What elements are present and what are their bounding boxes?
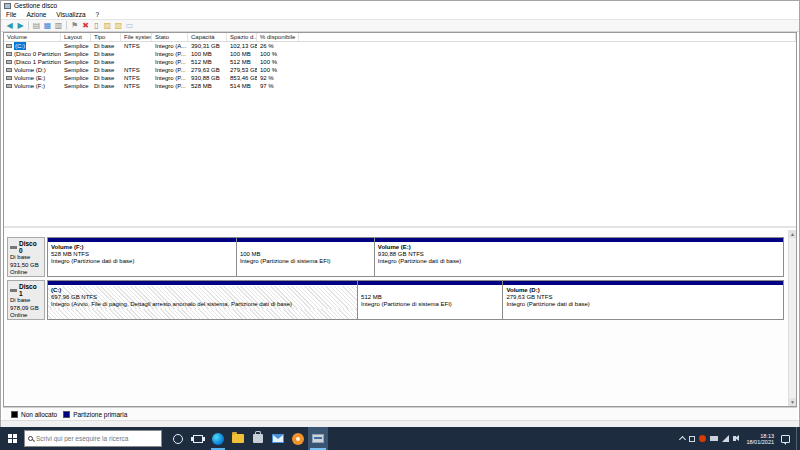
table-row-c[interactable]: (C:) Semplice Di base NTFS Integro (A...… [4,42,796,50]
cell-stato: Integro (P... [152,82,188,90]
cell-capacita: 930,88 GB [188,74,227,82]
folder-icon[interactable]: ▨ [102,20,113,31]
column-volume[interactable]: Volume [4,33,61,41]
table-row-disk0-partition[interactable]: (Disco 0 Partizione... Semplice Di base … [4,50,796,58]
onedrive-alert-icon[interactable] [699,435,706,442]
store-button[interactable] [248,427,268,450]
edge-button[interactable] [208,427,228,450]
toolbar: ◀ ▶ ▤ ▦ ▥ ⚑ ✖ ▯ ▨ ▧ ▭ [1,19,799,32]
scroll-down-icon[interactable]: ▼ [789,398,796,406]
taskbar-clock[interactable]: 18:13 18/01/2021 [743,433,777,445]
cell-spazio: 100 MB [227,50,257,58]
partition-status: Integro (Partizione di sistema EFI) [361,301,499,308]
partition-title [361,287,499,294]
windows-logo-icon [8,434,17,443]
scroll-up-icon[interactable]: ▲ [789,230,796,238]
volume-icon [6,60,12,64]
cell-stato: Integro (P... [152,50,188,58]
taskbar: 18:13 18/01/2021 [0,427,800,450]
disk-0-row: Disco 0 Di base 931,50 GB Online Volume … [7,237,786,277]
forward-icon[interactable]: ▶ [15,20,26,31]
volume-name: Volume (F:) [14,82,45,90]
search-input[interactable] [36,435,158,442]
partition-f[interactable]: Volume (F:) 528 MB NTFS Integro (Partizi… [47,237,237,277]
cell-layout: Semplice [61,50,91,58]
cell-layout: Semplice [61,66,91,74]
menu-azione[interactable]: Azione [21,11,51,19]
hidden-icons-chevron-icon[interactable] [679,436,686,443]
partition-efi-disk0[interactable]: 100 MB Integro (Partizione di sistema EF… [236,237,375,277]
unallocated-color-swatch [11,411,18,418]
show-desktop-button[interactable] [796,427,797,450]
orange-app-button[interactable] [288,427,308,450]
disk-management-taskbar-button[interactable] [308,427,328,450]
volume-icon[interactable] [733,436,736,441]
help-window-icon[interactable]: ▦ [42,20,53,31]
volume-name: (C:) [14,42,26,50]
disk-1-label[interactable]: Disco 1 Di base 978,09 GB Online [7,280,45,320]
disk-management-window: Gestione disco File Azione Visualizza ? … [0,0,800,427]
menu-file[interactable]: File [1,11,21,19]
cell-fs: NTFS [121,42,152,50]
column-capacita[interactable]: Capacità [188,33,227,41]
cell-capacita: 390,31 GB [188,42,227,50]
properties-icon[interactable]: ▯ [91,20,102,31]
file-explorer-button[interactable] [228,427,248,450]
action-center-icon[interactable] [781,435,790,443]
volume-icon [6,76,12,80]
show-action-pane-icon[interactable]: ▥ [53,20,64,31]
taskbar-search[interactable] [24,430,162,447]
start-button[interactable] [0,427,24,450]
cell-disp: 100 % [257,50,299,58]
partition-status: Integro (Avvio, File di paging, Dettagli… [51,301,354,308]
legend-label: Partizione primaria [73,411,127,418]
table-row-d[interactable]: Volume (D:) Semplice Di base NTFS Integr… [4,66,796,74]
delete-volume-icon[interactable]: ✖ [80,20,91,31]
task-view-button[interactable] [188,427,208,450]
back-icon[interactable]: ◀ [4,20,15,31]
column-spazio[interactable]: Spazio d... [227,33,257,41]
table-row-disk1-partition[interactable]: (Disco 1 Partizione... Semplice Di base … [4,58,796,66]
column-disponibile[interactable]: % disponibile [257,33,299,41]
cell-capacita: 528 MB [188,82,227,90]
volume-name: Volume (E:) [14,74,45,82]
cortana-button[interactable] [168,427,188,450]
mail-button[interactable] [268,427,288,450]
open-folder-icon[interactable]: ▧ [113,20,124,31]
disk-0-label[interactable]: Disco 0 Di base 931,50 GB Online [7,237,45,277]
primary-partition-color-swatch [63,411,70,418]
partition-c-selected[interactable]: (C:) 697,96 GB NTFS Integro (Avvio, File… [47,280,358,320]
cell-capacita: 512 MB [188,58,227,66]
show-console-tree-icon[interactable]: ▤ [31,20,42,31]
volume-icon [6,52,12,56]
disk-status: Online [10,269,42,277]
partition-detail: 528 MB NTFS [51,251,233,258]
column-layout[interactable]: Layout [61,33,91,41]
cell-spazio: 512 MB [227,58,257,66]
console-flag-icon[interactable]: ⚑ [69,20,80,31]
partition-efi-disk1[interactable]: 512 MB Integro (Partizione di sistema EF… [357,280,503,320]
tray-app-icon[interactable] [689,436,695,442]
column-stato[interactable]: Stato [152,33,188,41]
partition-title: Volume (F:) [51,244,233,251]
column-file-system[interactable]: File system [121,33,152,41]
volume-list-pane: Volume Layout Tipo File system Stato Cap… [4,33,796,228]
cell-tipo: Di base [91,66,121,74]
menu-help[interactable]: ? [91,11,105,19]
cell-capacita: 279,63 GB [188,66,227,74]
table-row-f[interactable]: Volume (F:) Semplice Di base NTFS Integr… [4,82,796,90]
disk-icon [10,246,17,249]
column-tipo[interactable]: Tipo [91,33,121,41]
display-icon[interactable]: ▭ [124,20,135,31]
vertical-scrollbar[interactable]: ▲ ▼ [788,230,796,406]
cell-stato: Integro (A... [152,42,188,50]
disk-size: 978,09 GB [10,305,42,313]
usb-drive-icon[interactable] [710,436,718,441]
volume-name: (Disco 0 Partizione... [14,50,61,58]
partition-status: Integro (Partizione dati di base) [51,258,233,265]
partition-d[interactable]: Volume (D:) 279,63 GB NTFS Integro (Part… [502,280,784,320]
network-icon[interactable] [722,435,729,442]
table-row-e[interactable]: Volume (E:) Semplice Di base NTFS Integr… [4,74,796,82]
partition-e[interactable]: Volume (E:) 930,88 GB NTFS Integro (Part… [374,237,784,277]
menu-visualizza[interactable]: Visualizza [51,11,90,19]
